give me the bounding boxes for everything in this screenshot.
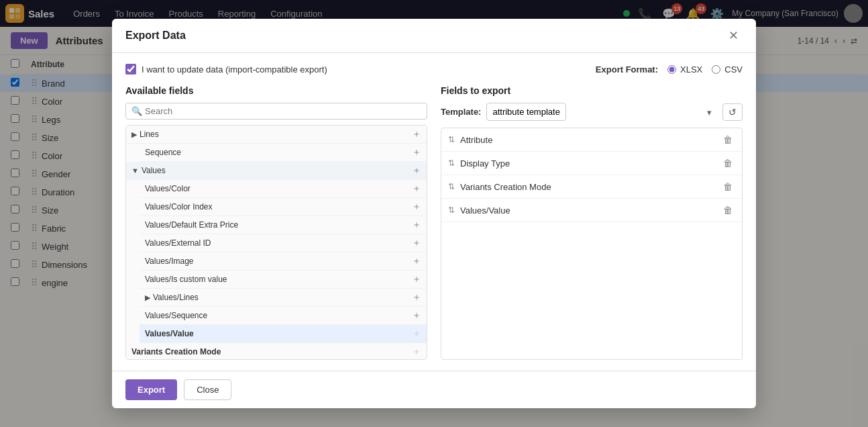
export-data-modal: Export Data ✕ I want to update data (imp…	[112, 19, 756, 27]
modal-overlay: Export Data ✕ I want to update data (imp…	[0, 0, 868, 27]
modal-header: Export Data ✕	[112, 19, 756, 27]
